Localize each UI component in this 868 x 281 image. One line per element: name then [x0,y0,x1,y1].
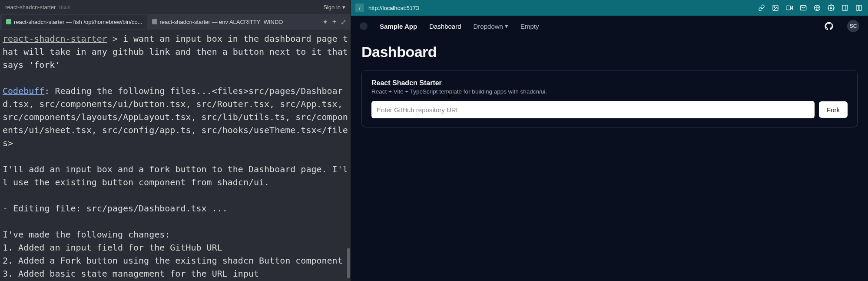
branch-name: main [59,4,70,10]
change-item: 3. Added basic state management for the … [3,268,259,279]
terminal-tab[interactable]: react-shadcn-starter — env ALACRITTY_WIN… [148,15,288,29]
terminal-tab-label: react-shadcn-starter — fish /opt/homebre… [14,19,142,25]
nav-link-dropdown[interactable]: Dropdown ▾ [474,22,508,30]
sparkle-icon[interactable]: ✦ [322,18,328,26]
agent-plan: I'll add an input box and a fork button … [3,164,348,187]
prompt-project: react-shadcn-starter [3,33,107,44]
terminal-tab-label: react-shadcn-starter — env ALACRITTY_WIN… [160,19,283,25]
signin-link[interactable]: Sign in ▾ [323,4,345,10]
fork-input-row: Fork [371,101,848,118]
page-title: Dashboard [361,43,858,60]
split-icon[interactable] [854,3,864,13]
chevron-down-icon: ▾ [505,22,508,30]
editor-pane: react-shadcn-starter main Sign in ▾ reac… [0,0,351,281]
tab-controls: ✦ + ⤢ [320,18,349,26]
globe-icon[interactable] [812,3,822,13]
card-description: React + Vite + TypeScript template for b… [371,88,848,95]
image-icon[interactable] [771,3,780,13]
fork-button[interactable]: Fork [819,101,848,118]
settings-icon[interactable] [826,3,836,13]
signin-label: Sign in [323,4,341,10]
card-title: React Shadcn Starter [371,79,848,87]
prompt-separator: > [107,33,123,44]
terminal-output[interactable]: react-shadcn-starter > i want an input b… [0,30,351,281]
github-icon[interactable] [823,20,835,32]
browser-url-bar: i http://localhost:5173 [351,0,868,16]
svg-point-5 [830,7,832,9]
change-item: 1. Added an input field for the GitHub U… [3,242,222,253]
svg-rect-2 [786,6,791,10]
editor-top-bar: react-shadcn-starter main Sign in ▾ [0,0,351,14]
terminal-tab-icon [6,19,11,24]
link-icon[interactable] [757,3,766,13]
app-brand[interactable]: Sample App [380,23,417,30]
changes-intro: I've made the following changes: [3,229,170,240]
change-item: 2. Added a Fork button using the existin… [3,255,343,266]
project-name: react-shadcn-starter [5,4,56,10]
new-tab-button[interactable]: + [332,18,336,26]
mail-icon[interactable] [798,3,808,13]
camera-icon[interactable] [785,3,794,13]
svg-rect-9 [859,5,861,10]
url-text[interactable]: http://localhost:5173 [368,5,419,11]
avatar[interactable]: SC [847,20,859,32]
page-content: Dashboard React Shadcn Starter React + V… [351,37,868,281]
terminal-tab[interactable]: react-shadcn-starter — fish /opt/homebre… [2,15,147,29]
editing-line: - Editing file: src/pages/Dashboard.tsx … [3,203,228,214]
nav-link-empty[interactable]: Empty [520,23,539,30]
chevron-down-icon: ▾ [342,4,345,10]
svg-rect-6 [842,5,848,10]
svg-rect-8 [856,5,858,10]
svg-point-1 [774,7,775,8]
app-navbar: Sample App Dashboard Dropdown ▾ Empty SC [351,16,868,37]
agent-sep: : [44,86,55,96]
scrollbar-thumb[interactable] [347,248,350,278]
app-logo [360,22,368,30]
agent-name: Codebuff [3,86,44,96]
agent-reading: Reading the following files...<files>src… [3,86,348,148]
terminal-tab-icon [152,19,157,24]
github-url-input[interactable] [371,101,815,118]
dashboard-card: React Shadcn Starter React + Vite + Type… [361,70,858,127]
expand-icon[interactable]: ⤢ [341,18,346,26]
devtools-icon[interactable] [840,3,850,13]
browser-preview-pane: i http://localhost:5173 Sample App [351,0,868,281]
terminal-tab-strip: react-shadcn-starter — fish /opt/homebre… [0,14,351,30]
site-info-icon[interactable]: i [355,3,364,12]
nav-link-dashboard[interactable]: Dashboard [429,23,461,30]
